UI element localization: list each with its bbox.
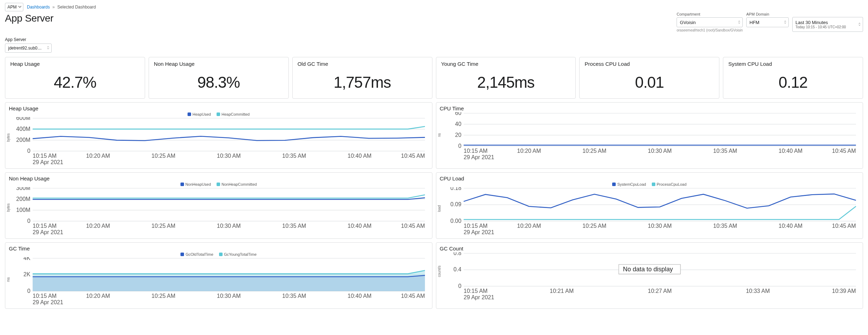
svg-text:10:40 AM: 10:40 AM — [347, 293, 372, 299]
svg-text:29 Apr 2021: 29 Apr 2021 — [33, 299, 63, 305]
y-axis-label: ms — [6, 277, 10, 282]
breadcrumb: Dashboards » Selected Dashboard — [27, 5, 96, 10]
svg-text:0: 0 — [458, 143, 461, 149]
chart-area[interactable]: count/s 00.40.810:15 AM29 Apr 202110:21 … — [440, 252, 860, 302]
svg-text:10:35 AM: 10:35 AM — [282, 153, 306, 159]
app-server-select[interactable]: jdetrent92.sub08261403… — [5, 44, 52, 53]
svg-text:40: 40 — [455, 121, 461, 127]
chart-title: CPU Load — [440, 175, 860, 181]
kpi-card: Process CPU Load 0.01 — [579, 57, 719, 99]
svg-text:10:15 AM: 10:15 AM — [464, 148, 488, 154]
svg-text:29 Apr 2021: 29 Apr 2021 — [33, 229, 63, 235]
chart-area[interactable]: bytes 0200M400M600M10:15 AM29 Apr 202110… — [9, 117, 429, 167]
chart-area[interactable]: load 0.000.090.1810:15 AM29 Apr 202110:2… — [440, 187, 860, 237]
svg-text:0.00: 0.00 — [450, 218, 461, 224]
svg-text:10:15 AM: 10:15 AM — [33, 293, 57, 299]
svg-text:10:15 AM: 10:15 AM — [33, 153, 57, 159]
svg-text:400M: 400M — [16, 126, 30, 132]
svg-text:10:21 AM: 10:21 AM — [550, 288, 574, 294]
chart-title: CPU Time — [440, 105, 860, 111]
svg-text:0: 0 — [27, 288, 30, 294]
chart-title: Heap Usage — [9, 105, 429, 111]
kpi-value: 1,757ms — [298, 70, 427, 95]
compartment-label: Compartment — [677, 12, 743, 16]
breadcrumb-link[interactable]: Dashboards — [27, 5, 50, 10]
svg-text:10:25 AM: 10:25 AM — [582, 148, 607, 154]
svg-text:0.09: 0.09 — [450, 201, 461, 207]
svg-text:10:30 AM: 10:30 AM — [648, 223, 672, 229]
svg-text:10:30 AM: 10:30 AM — [217, 293, 241, 299]
svg-text:10:45 AM: 10:45 AM — [401, 153, 425, 159]
kpi-value: 0.12 — [728, 70, 858, 95]
chart-area[interactable]: bytes 0100M200M300M10:15 AM29 Apr 202110… — [9, 187, 429, 237]
kpi-value: 0.01 — [585, 70, 714, 95]
svg-text:300M: 300M — [16, 187, 30, 191]
kpi-title: System CPU Load — [728, 61, 858, 67]
svg-text:10:40 AM: 10:40 AM — [347, 153, 372, 159]
svg-text:10:35 AM: 10:35 AM — [713, 223, 737, 229]
svg-text:10:20 AM: 10:20 AM — [86, 153, 110, 159]
legend-item: NonHeapCommitted — [217, 182, 257, 186]
app-server-value: jdetrent92.sub08261403… — [8, 46, 44, 51]
compartment-path: oraseemeafrtech1 (root)/Sandbox/GVoisin — [677, 28, 743, 32]
svg-text:10:30 AM: 10:30 AM — [217, 153, 241, 159]
chart-legend: HeapUsedHeapCommitted — [9, 112, 429, 116]
svg-text:0.18: 0.18 — [450, 187, 461, 191]
filter-label: App Server — [5, 37, 863, 42]
legend-item: HeapUsed — [188, 112, 211, 116]
svg-text:100M: 100M — [16, 207, 30, 213]
chart-area[interactable]: ms 02K4K10:15 AM29 Apr 202110:20 AM10:25… — [9, 257, 429, 307]
app-selector[interactable]: APM — [5, 3, 23, 11]
legend-item: GcOldTotalTime — [180, 252, 213, 256]
svg-text:10:39 AM: 10:39 AM — [832, 288, 856, 294]
kpi-row: Heap Usage 42.7%Non Heap Usage 98.3%Old … — [5, 57, 863, 99]
svg-text:10:25 AM: 10:25 AM — [151, 293, 176, 299]
svg-text:10:45 AM: 10:45 AM — [401, 223, 425, 229]
svg-text:0: 0 — [27, 148, 30, 154]
compartment-select[interactable]: GVoisin — [677, 17, 743, 27]
chart-legend: SystemCpuLoadProcessCpuLoad — [440, 182, 860, 186]
svg-text:60: 60 — [455, 112, 461, 116]
svg-text:10:45 AM: 10:45 AM — [401, 293, 425, 299]
svg-text:10:35 AM: 10:35 AM — [713, 148, 737, 154]
chart-cpuload: CPU Load SystemCpuLoadProcessCpuLoad loa… — [436, 172, 863, 239]
y-axis-label: ns — [437, 133, 441, 137]
kpi-title: Process CPU Load — [585, 61, 714, 67]
svg-text:0: 0 — [458, 283, 461, 289]
svg-text:2K: 2K — [23, 271, 30, 277]
chart-title: GC Count — [440, 246, 860, 252]
svg-text:600M: 600M — [16, 117, 30, 121]
kpi-card: Heap Usage 42.7% — [5, 57, 145, 99]
time-range-sub: Today 10:15 - 10:45 UTC+02:00 — [795, 25, 855, 29]
svg-text:4K: 4K — [23, 257, 30, 261]
header-controls: Compartment GVoisin oraseemeafrtech1 (ro… — [677, 12, 863, 32]
svg-text:0.4: 0.4 — [453, 266, 461, 272]
chevron-updown-icon — [46, 46, 50, 51]
chevron-updown-icon — [737, 20, 741, 25]
svg-text:200M: 200M — [16, 137, 30, 143]
svg-text:29 Apr 2021: 29 Apr 2021 — [33, 159, 63, 165]
svg-text:29 Apr 2021: 29 Apr 2021 — [464, 154, 494, 160]
legend-item: SystemCpuLoad — [612, 182, 646, 186]
svg-text:10:40 AM: 10:40 AM — [778, 148, 803, 154]
svg-text:10:25 AM: 10:25 AM — [151, 223, 176, 229]
kpi-card: Young GC Time 2,145ms — [436, 57, 576, 99]
svg-text:10:15 AM: 10:15 AM — [33, 223, 57, 229]
chart-heap: Heap Usage HeapUsedHeapCommitted bytes 0… — [5, 102, 432, 169]
domain-value: HFM — [749, 20, 759, 25]
kpi-card: System CPU Load 0.12 — [723, 57, 863, 99]
domain-select[interactable]: HFM — [746, 17, 789, 27]
svg-text:10:35 AM: 10:35 AM — [282, 293, 306, 299]
compartment-value: GVoisin — [680, 20, 696, 25]
legend-item: ProcessCpuLoad — [652, 182, 686, 186]
time-range-select[interactable]: Last 30 Minutes Today 10:15 - 10:45 UTC+… — [792, 17, 863, 32]
svg-text:10:45 AM: 10:45 AM — [832, 223, 856, 229]
chart-legend: NonHeapUsedNonHeapCommitted — [9, 182, 429, 186]
svg-text:10:27 AM: 10:27 AM — [648, 288, 672, 294]
kpi-title: Non Heap Usage — [154, 61, 283, 67]
chevron-updown-icon — [783, 20, 787, 25]
chart-area[interactable]: ns 020406010:15 AM29 Apr 202110:20 AM10:… — [440, 112, 860, 162]
svg-text:10:40 AM: 10:40 AM — [347, 223, 372, 229]
chevron-down-icon — [18, 5, 22, 10]
kpi-title: Old GC Time — [298, 61, 427, 67]
